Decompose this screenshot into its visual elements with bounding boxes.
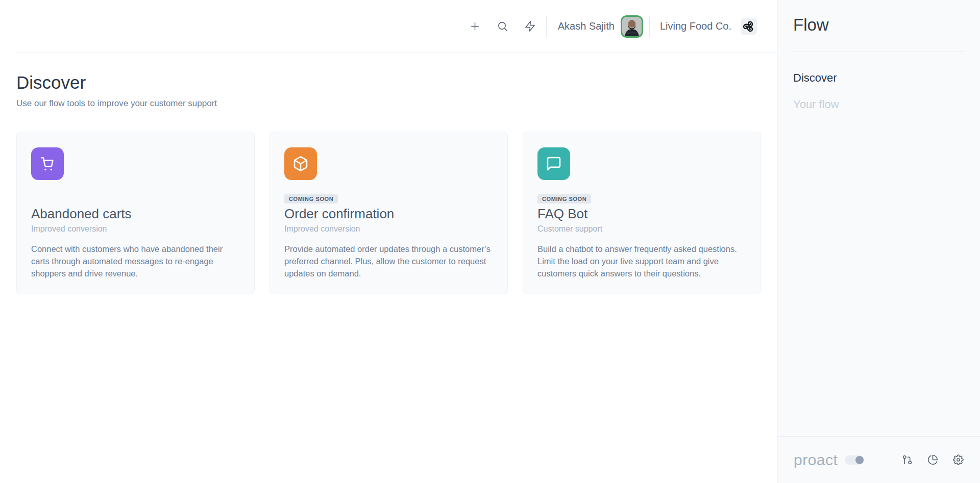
- company-name: Living Food Co.: [660, 20, 731, 32]
- coming-soon-badge: COMING SOON: [284, 194, 338, 204]
- add-button[interactable]: [465, 17, 485, 36]
- sidebar-title: Flow: [778, 0, 980, 35]
- page-title: Discover: [16, 71, 761, 94]
- card-abandoned-carts[interactable]: Abandoned carts Improved conversion Conn…: [16, 132, 255, 294]
- coming-soon-badge: COMING SOON: [537, 194, 591, 204]
- flow-tool-cards: Abandoned carts Improved conversion Conn…: [16, 132, 761, 294]
- card-description: Provide automated order updates through …: [284, 243, 493, 280]
- analytics-button[interactable]: [926, 454, 939, 466]
- shopping-cart-icon: [39, 156, 56, 172]
- card-description: Connect with customers who have abandone…: [31, 243, 240, 280]
- card-category: Improved conversion: [31, 224, 240, 234]
- card-title: Abandoned carts: [31, 206, 240, 222]
- main-area: Akash Sajith Living Food Co.: [0, 0, 777, 483]
- top-header: Akash Sajith Living Food Co.: [0, 0, 777, 53]
- card-title: Order confirmation: [284, 206, 493, 222]
- brand-toggle[interactable]: [845, 455, 864, 465]
- footer-icons: [901, 454, 964, 466]
- sidebar-item-your-flow[interactable]: Your flow: [793, 98, 965, 111]
- card-title: FAQ Bot: [537, 206, 746, 222]
- card-faq-bot[interactable]: COMING SOON FAQ Bot Customer support Bui…: [523, 132, 761, 294]
- card-order-confirmation[interactable]: COMING SOON Order confirmation Improved …: [270, 132, 508, 294]
- message-square-icon: [546, 156, 562, 172]
- git-pull-request-icon: [902, 454, 913, 465]
- search-icon: [497, 20, 508, 32]
- sidebar-item-discover[interactable]: Discover: [793, 71, 965, 85]
- avatar[interactable]: [621, 15, 643, 38]
- gear-icon: [953, 454, 964, 465]
- toggle-knob: [855, 456, 864, 464]
- flow-sidebar: Flow Discover Your flow proact: [777, 0, 980, 483]
- plus-icon: [469, 20, 481, 32]
- header-divider: [546, 16, 547, 37]
- card-description: Build a chatbot to answer frequently ask…: [537, 243, 746, 280]
- header-divider: [649, 16, 650, 37]
- header-action-icons: [465, 17, 540, 36]
- settings-button[interactable]: [952, 454, 964, 466]
- content-area: Discover Use our flow tools to improve y…: [0, 53, 777, 294]
- flows-button[interactable]: [901, 454, 913, 466]
- triskelion-logo-icon: [743, 20, 755, 33]
- card-category: Customer support: [537, 224, 746, 234]
- sidebar-nav: Discover Your flow: [793, 71, 965, 111]
- package-icon: [292, 156, 309, 172]
- sidebar-footer: proact: [778, 436, 980, 483]
- user-name: Akash Sajith: [558, 20, 615, 32]
- company-logo-button[interactable]: [741, 18, 757, 35]
- proact-logo: proact: [794, 451, 838, 469]
- page-subtitle: Use our flow tools to improve your custo…: [16, 98, 761, 109]
- zap-icon: [524, 20, 536, 32]
- card-category: Improved conversion: [284, 224, 493, 234]
- sidebar-divider: [793, 52, 965, 52]
- quick-actions-button[interactable]: [521, 17, 540, 36]
- pie-chart-icon: [927, 454, 938, 465]
- search-button[interactable]: [493, 17, 512, 36]
